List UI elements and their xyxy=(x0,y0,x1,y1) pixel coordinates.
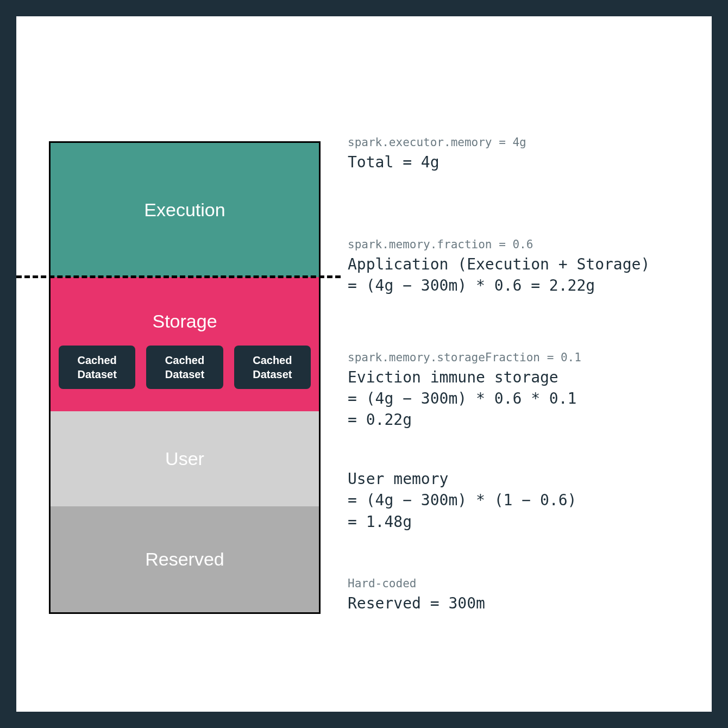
segment-reserved-label: Reserved xyxy=(145,549,224,570)
value-user-l1: User memory xyxy=(348,468,701,489)
segment-storage: Storage Cached Dataset Cached Dataset Ca… xyxy=(51,277,319,411)
annotation-total: spark.executor.memory = 4g Total = 4g xyxy=(348,136,701,173)
annotation-eviction: spark.memory.storageFraction = 0.1 Evict… xyxy=(348,351,701,431)
diagram-wrapper: Execution Storage Cached Dataset Cached … xyxy=(49,141,701,614)
segment-execution-label: Execution xyxy=(144,199,225,221)
cached-dataset: Cached Dataset xyxy=(234,346,311,389)
cached-dataset-line1: Cached xyxy=(156,353,213,367)
config-executor-memory: spark.executor.memory = 4g xyxy=(348,136,701,149)
cached-datasets-row: Cached Dataset Cached Dataset Cached Dat… xyxy=(51,346,319,389)
value-eviction-l2: = (4g − 300m) * 0.6 * 0.1 xyxy=(348,388,701,409)
segment-reserved: Reserved xyxy=(51,506,319,612)
value-eviction-l3: = 0.22g xyxy=(348,409,701,430)
memory-stack: Execution Storage Cached Dataset Cached … xyxy=(49,141,321,614)
value-reserved: Reserved = 300m xyxy=(348,593,701,614)
execution-storage-boundary xyxy=(16,275,341,278)
config-memory-fraction: spark.memory.fraction = 0.6 xyxy=(348,238,701,251)
cached-dataset-line2: Dataset xyxy=(244,367,301,381)
annotations-column: spark.executor.memory = 4g Total = 4g sp… xyxy=(348,141,701,614)
value-application-l1: Application (Execution + Storage) xyxy=(348,254,701,275)
segment-user: User xyxy=(51,411,319,506)
cached-dataset-line1: Cached xyxy=(244,353,301,367)
cached-dataset-line2: Dataset xyxy=(156,367,213,381)
value-total: Total = 4g xyxy=(348,152,701,173)
segment-execution: Execution xyxy=(51,143,319,277)
cached-dataset: Cached Dataset xyxy=(59,346,135,389)
value-user-l2: = (4g − 300m) * (1 − 0.6) xyxy=(348,489,701,511)
cached-dataset-line1: Cached xyxy=(68,353,125,367)
cached-dataset-line2: Dataset xyxy=(68,367,125,381)
config-hardcoded: Hard-coded xyxy=(348,577,701,590)
diagram-canvas: Execution Storage Cached Dataset Cached … xyxy=(16,16,712,712)
value-user-l3: = 1.48g xyxy=(348,511,701,532)
value-application-l2: = (4g − 300m) * 0.6 = 2.22g xyxy=(348,275,701,296)
segment-storage-label: Storage xyxy=(152,311,217,332)
value-eviction-l1: Eviction immune storage xyxy=(348,367,701,388)
annotation-application: spark.memory.fraction = 0.6 Application … xyxy=(348,238,701,296)
annotation-reserved: Hard-coded Reserved = 300m xyxy=(348,577,701,614)
cached-dataset: Cached Dataset xyxy=(146,346,223,389)
config-storage-fraction: spark.memory.storageFraction = 0.1 xyxy=(348,351,701,364)
annotation-user: User memory = (4g − 300m) * (1 − 0.6) = … xyxy=(348,468,701,532)
segment-user-label: User xyxy=(165,448,204,469)
